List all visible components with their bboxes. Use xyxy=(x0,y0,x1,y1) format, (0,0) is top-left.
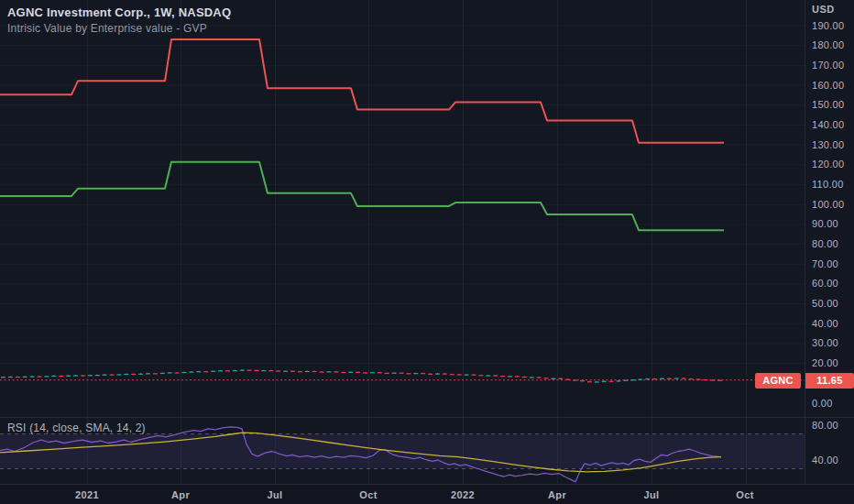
price-axis-label: 110.00 xyxy=(812,179,844,190)
time-axis-label: Apr xyxy=(548,489,566,500)
price-axis-label: 50.00 xyxy=(812,298,838,309)
price-axis-label: 190.00 xyxy=(812,20,844,31)
price-axis-label: 40.00 xyxy=(812,318,838,329)
rsi-pane xyxy=(0,434,805,469)
time-axis-label: 2021 xyxy=(75,489,99,500)
price-axis-label: 70.00 xyxy=(812,258,838,269)
price-axis-label: 30.00 xyxy=(812,337,838,348)
price-axis-label: 120.00 xyxy=(812,159,844,170)
time-axis[interactable]: 2021AprJulOct2022AprJulOct xyxy=(0,484,854,504)
time-axis-label: Oct xyxy=(736,489,754,500)
price-axis-label: 100.00 xyxy=(812,199,844,210)
grid-lines xyxy=(0,0,805,484)
currency-label: USD xyxy=(812,4,835,15)
chart-legend: AGNC Investment Corp., 1W, NASDAQ Intris… xyxy=(7,5,231,35)
price-axis-label: 150.00 xyxy=(812,99,844,110)
intrinsic-value-upper-step[interactable] xyxy=(0,39,724,143)
price-axis-label: 20.00 xyxy=(812,357,838,368)
price-axis-label: 130.00 xyxy=(812,139,844,150)
price-axis-label: 140.00 xyxy=(812,119,844,130)
intrinsic-value-lower-step[interactable] xyxy=(0,162,724,230)
time-axis-label: Oct xyxy=(359,489,378,500)
price-axis-label: 170.00 xyxy=(812,60,844,71)
rsi-indicator-label[interactable]: RSI (14, close, SMA, 14, 2) xyxy=(7,422,146,434)
symbol-price-chip: AGNC xyxy=(755,373,801,389)
indicator-title[interactable]: Intrisic Value by Enterprise value - GVP xyxy=(7,22,231,35)
price-axis[interactable]: USD 190.00180.00170.00160.00150.00140.00… xyxy=(805,0,854,484)
time-axis-label: 2022 xyxy=(451,489,475,500)
price-axis-label: 180.00 xyxy=(812,39,844,50)
rsi-axis-label: 40.00 xyxy=(812,455,838,466)
last-price-badge: 11.65 xyxy=(805,373,854,389)
symbol-title[interactable]: AGNC Investment Corp., 1W, NASDAQ xyxy=(7,5,231,19)
time-axis-label: Jul xyxy=(643,489,659,500)
rsi-axis-label: 80.00 xyxy=(812,420,838,431)
price-axis-label: 60.00 xyxy=(812,278,838,289)
candlestick-series[interactable] xyxy=(1,369,722,382)
price-axis-label: 80.00 xyxy=(812,238,838,249)
price-axis-label: 160.00 xyxy=(812,80,844,91)
time-axis-label: Apr xyxy=(171,489,190,500)
trading-chart-window: AGNC Investment Corp., 1W, NASDAQ Intris… xyxy=(0,0,854,504)
time-axis-label: Jul xyxy=(267,489,282,500)
price-axis-label: 0.00 xyxy=(812,398,833,409)
price-axis-label: 90.00 xyxy=(812,218,838,229)
